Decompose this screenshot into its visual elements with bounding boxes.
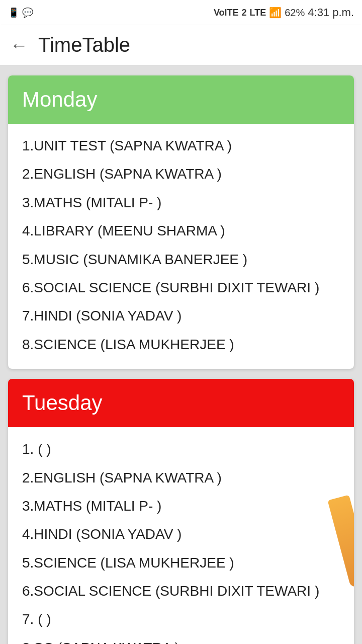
sim2-indicator: 2 (242, 8, 247, 18)
main-content: Monday 1.UNIT TEST (SAPNA KWATRA ) 2.ENG… (0, 65, 362, 644)
list-item: 3.MATHS (MITALI P- ) (22, 189, 340, 217)
list-item: 5.SCIENCE (LISA MUKHERJEE ) (22, 549, 340, 577)
list-item: 6.SOCIAL SCIENCE (SURBHI DIXIT TEWARI ) (22, 577, 340, 605)
wechat-icon: 💬 (22, 7, 33, 18)
list-item: 5.MUSIC (SUNAMIKA BANERJEE ) (22, 246, 340, 274)
list-item: 2.ENGLISH (SAPNA KWATRA ) (22, 464, 340, 492)
back-button[interactable]: ← (10, 36, 28, 54)
list-item: 7.HINDI (SONIA YADAV ) (22, 302, 340, 330)
monday-header: Monday (8, 75, 354, 124)
list-item: 1. ( ) (22, 435, 340, 463)
tuesday-header: Tuesday (8, 379, 354, 427)
list-item: 4.LIBRARY (MEENU SHARMA ) (22, 217, 340, 245)
page-title: TimeTable (38, 34, 130, 56)
status-right-icons: VolTE 2 LTE 📶 62% 4:31 p.m. (214, 6, 354, 19)
list-item: 1.UNIT TEST (SAPNA KWATRA ) (22, 132, 340, 160)
list-item: 3.MATHS (MITALI P- ) (22, 492, 340, 520)
list-item: 7. ( ) (22, 605, 340, 633)
header: ← TimeTable (0, 25, 362, 65)
tuesday-items: 1. ( ) 2.ENGLISH (SAPNA KWATRA ) 3.MATHS… (8, 427, 354, 644)
list-item: 8.SCIENCE (LISA MUKHERJEE ) (22, 331, 340, 359)
volte-indicator: VolTE (214, 8, 239, 18)
status-bar: 📱 💬 VolTE 2 LTE 📶 62% 4:31 p.m. (0, 0, 362, 25)
list-item: 8.SC (SAPNA KWATRA ) (22, 634, 340, 644)
lte-indicator: LTE (250, 8, 266, 18)
list-item: 6.SOCIAL SCIENCE (SURBHI DIXIT TEWARI ) (22, 274, 340, 302)
status-left-icons: 📱 💬 (8, 7, 33, 18)
battery-level: 62% (285, 7, 305, 19)
tuesday-card: Tuesday 1. ( ) 2.ENGLISH (SAPNA KWATRA )… (8, 379, 354, 644)
list-item: 4.HINDI (SONIA YADAV ) (22, 520, 340, 548)
monday-items: 1.UNIT TEST (SAPNA KWATRA ) 2.ENGLISH (S… (8, 124, 354, 369)
monday-card: Monday 1.UNIT TEST (SAPNA KWATRA ) 2.ENG… (8, 75, 354, 369)
time-display: 4:31 p.m. (308, 6, 354, 19)
list-item: 2.ENGLISH (SAPNA KWATRA ) (22, 160, 340, 188)
sim-icon: 📱 (8, 7, 19, 18)
signal-icon: 📶 (269, 7, 282, 19)
